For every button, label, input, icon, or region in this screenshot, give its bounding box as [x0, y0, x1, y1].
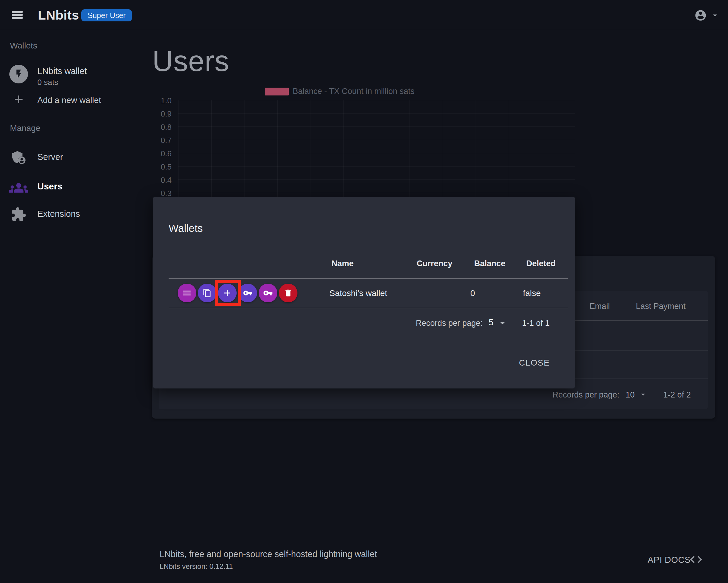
- lightning-bolt-icon[interactable]: [9, 65, 28, 83]
- trash-icon: [284, 288, 293, 298]
- y-tick: 1.0: [161, 96, 172, 105]
- pagination-range: 1-1 of 1: [522, 319, 550, 328]
- users-group-icon: [9, 179, 28, 195]
- dialog-header-divider: [168, 278, 568, 279]
- cell-wallet-deleted: false: [523, 288, 541, 298]
- api-docs-link[interactable]: API DOCS: [648, 555, 691, 565]
- y-tick: 0.8: [161, 123, 172, 132]
- sidebar-wallet-balance: 0 sats: [37, 78, 58, 87]
- wallet-menu-button[interactable]: [178, 284, 196, 302]
- page-title: Users: [152, 45, 229, 78]
- header-bar: LNbits Super User: [0, 0, 728, 30]
- cell-wallet-name: Satoshi's wallet: [329, 288, 387, 298]
- shield-admin-icon: [10, 149, 26, 165]
- app-title: LNbits: [38, 8, 79, 23]
- cell-wallet-balance: 0: [464, 288, 482, 298]
- y-tick: 0.4: [161, 176, 172, 185]
- y-tick: 0.6: [161, 149, 172, 158]
- sidebar-add-wallet[interactable]: Add a new wallet: [37, 96, 101, 105]
- delete-wallet-button[interactable]: [279, 284, 297, 302]
- sidebar-item-server[interactable]: Server: [37, 152, 63, 162]
- y-tick: 0.7: [161, 136, 172, 145]
- key-icon: [263, 288, 273, 298]
- users-table-records-per-page-select[interactable]: 10: [626, 390, 635, 400]
- records-per-page-label: Records per page:: [416, 319, 483, 328]
- col-header-balance[interactable]: Balance: [474, 259, 505, 268]
- col-header-deleted[interactable]: Deleted: [526, 259, 556, 268]
- sidebar-wallet-name[interactable]: LNbits wallet: [37, 66, 87, 76]
- code-icon[interactable]: [689, 552, 703, 567]
- users-table-records-per-page-label: Records per page:: [552, 390, 619, 400]
- plus-icon[interactable]: [12, 93, 25, 106]
- sidebar-item-users[interactable]: Users: [37, 181, 62, 192]
- chart-legend-label[interactable]: Balance - TX Count in million sats: [293, 87, 415, 96]
- wallets-dialog-title: Wallets: [168, 222, 203, 234]
- menu-icon[interactable]: [12, 11, 23, 19]
- dropdown-caret-icon[interactable]: [638, 390, 648, 399]
- key-icon: [243, 288, 253, 298]
- copy-icon: [203, 288, 212, 298]
- col-header-currency[interactable]: Currency: [417, 259, 452, 268]
- invoice-key-button[interactable]: [238, 284, 257, 302]
- account-icon[interactable]: [694, 9, 707, 22]
- sidebar-section-manage: Manage: [10, 124, 40, 133]
- annotation-highlight-box: [215, 280, 241, 306]
- y-tick: 0.5: [161, 162, 172, 172]
- footer-tagline: LNbits, free and open-source self-hosted…: [160, 549, 377, 559]
- account-dropdown-caret-icon[interactable]: [710, 10, 720, 21]
- footer-version: LNbits version: 0.12.11: [160, 562, 233, 571]
- super-user-badge: Super User: [81, 9, 132, 21]
- chart-y-axis: 1.0 0.9 0.8 0.7 0.6 0.5 0.4 0.3: [129, 96, 172, 204]
- y-tick: 0.9: [161, 109, 172, 119]
- users-table-col-last-payment: Last Payment: [636, 302, 685, 311]
- puzzle-extension-icon: [11, 207, 26, 222]
- sidebar-item-extensions[interactable]: Extensions: [37, 209, 80, 219]
- records-per-page-select[interactable]: 5: [489, 318, 493, 327]
- chart-legend-swatch[interactable]: [265, 87, 289, 96]
- col-header-name[interactable]: Name: [332, 259, 354, 268]
- admin-key-button[interactable]: [259, 284, 277, 302]
- copy-wallet-button[interactable]: [198, 284, 216, 302]
- close-button[interactable]: CLOSE: [510, 354, 559, 372]
- users-table-range: 1-2 of 2: [663, 390, 691, 400]
- dialog-row-divider: [168, 308, 568, 308]
- dropdown-caret-icon[interactable]: [497, 318, 508, 328]
- users-table-col-email: Email: [590, 302, 610, 311]
- menu-icon: [182, 288, 192, 298]
- sidebar-section-wallets: Wallets: [10, 41, 37, 51]
